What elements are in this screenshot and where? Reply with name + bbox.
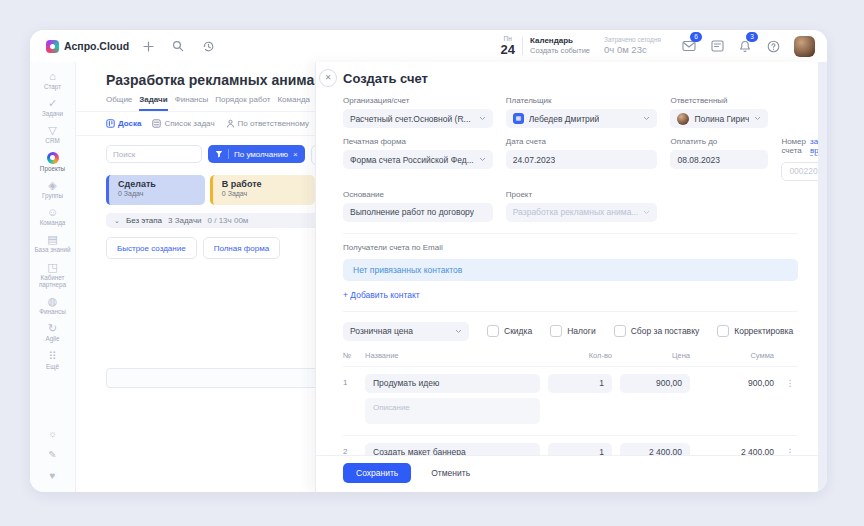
item-price-input[interactable]: 900,00 <box>620 374 690 393</box>
quick-task-input[interactable] <box>106 368 315 388</box>
sidebar-item-tasks[interactable]: ✓ Задачи <box>31 97 75 117</box>
save-button[interactable]: Сохранить <box>343 463 411 483</box>
board-icon <box>106 119 115 128</box>
time-tracker[interactable]: Затрачено сегодня 0ч 0м 23с <box>604 36 661 55</box>
quick-create-button[interactable]: Быстрое создание <box>106 237 197 259</box>
history-icon[interactable] <box>197 35 219 57</box>
cancel-button[interactable]: Отменить <box>431 468 470 478</box>
sidebar-item-start[interactable]: ⌂ Старт <box>31 70 75 90</box>
tracked-time: 0ч 0м 23с <box>604 44 661 55</box>
bell-icon[interactable]: 3 <box>733 36 757 56</box>
add-contact-link[interactable]: + Добавить контакт <box>343 290 798 300</box>
bulb-icon[interactable]: ☼ <box>48 428 57 440</box>
discount-checkbox[interactable]: Скидка <box>487 325 532 337</box>
field-invoice-number: Номер счета задать вручную <box>781 137 818 181</box>
sidebar-item-groups[interactable]: ◈ Группы <box>31 179 75 199</box>
tab-tasks[interactable]: Задачи <box>139 95 167 111</box>
full-form-button[interactable]: Полная форма <box>203 237 281 259</box>
taxes-checkbox[interactable]: Налоги <box>550 325 596 337</box>
search-input[interactable] <box>106 145 202 163</box>
sidebar-item-projects[interactable]: Проекты <box>31 152 75 172</box>
item-sum: 900,00 <box>698 378 774 388</box>
sidebar-item-agile[interactable]: ↻ Agile <box>31 322 75 342</box>
print-form-select[interactable]: Форма счета Российской Фед... <box>343 150 493 169</box>
sidebar: ⌂ Старт ✓ Задачи ▽ CRM Проекты ◈ Группы … <box>30 62 76 492</box>
pencil-icon[interactable]: ✎ <box>48 449 56 461</box>
calendar-date[interactable]: Пн 24 <box>501 36 515 57</box>
calendar-title: Календарь <box>530 36 590 46</box>
field-project: Проект Разработка рекламных анима... <box>506 190 658 222</box>
add-button[interactable] <box>137 35 159 57</box>
invoice-number-input[interactable] <box>781 162 818 181</box>
stage-collapse-bar[interactable]: ⌄ Без этапа 3 Задачи 0 / 13ч 00м <box>106 213 315 228</box>
topbar: Аспро.Cloud Пн 24 Календарь Создать собы… <box>30 30 827 62</box>
item-name-input[interactable]: Продумать идею <box>365 374 540 393</box>
tab-general[interactable]: Общие <box>106 95 132 111</box>
kanban-column-todo[interactable]: Сделать 0 Задач <box>106 175 205 205</box>
table-row: 1 Продумать идею 1 900,00 900,00 ⋮ <box>343 367 798 436</box>
filter-remove-icon[interactable]: × <box>293 150 298 159</box>
mail-icon[interactable]: 6 <box>677 36 701 56</box>
organization-select[interactable]: Расчетный счет.Основной (R... <box>343 109 493 128</box>
sidebar-item-knowledge-base[interactable]: ▤ База знаний <box>31 233 75 253</box>
project-board: Разработка рекламных анимационных баннер… <box>76 62 315 492</box>
view-task-list[interactable]: Список задач <box>152 119 214 128</box>
sidebar-item-crm[interactable]: ▽ CRM <box>31 124 75 144</box>
notes-icon[interactable] <box>705 36 729 56</box>
field-due-date: Оплатить до 08.08.2023 <box>670 137 768 181</box>
sidebar-item-more[interactable]: ⠿ Ещё <box>31 350 75 370</box>
chevron-down-icon <box>479 157 486 162</box>
mail-badge: 6 <box>690 32 702 42</box>
panel-backdrop-strip <box>818 62 827 492</box>
view-by-assignee[interactable]: По ответственному <box>226 119 309 128</box>
kanban-column-in-progress[interactable]: В работе 0 Задач <box>210 175 315 205</box>
payer-select[interactable]: ▦ Лебедев Дмитрий <box>506 109 658 128</box>
item-description[interactable] <box>365 398 540 428</box>
home-icon: ⌂ <box>31 70 75 82</box>
sidebar-item-partner-cabinet[interactable]: ◳ Кабинет партнера <box>31 261 75 288</box>
funnel-icon: ▽ <box>31 124 75 136</box>
due-date-input[interactable]: 08.08.2023 <box>670 150 768 169</box>
chevron-down-icon <box>455 329 462 334</box>
invoice-form: Организация/счет Расчетный счет.Основной… <box>316 86 818 492</box>
search-icon[interactable] <box>167 35 189 57</box>
tab-workflow[interactable]: Порядок работ <box>215 95 270 111</box>
set-manually-link[interactable]: задать вручную <box>810 137 818 156</box>
briefcase-icon: ◳ <box>31 261 75 273</box>
user-avatar[interactable] <box>794 36 815 57</box>
row-menu-icon[interactable]: ⋮ <box>782 378 798 388</box>
help-icon[interactable] <box>761 36 785 56</box>
create-invoice-panel: ✕ Создать счет Организация/счет Расчетны… <box>315 62 818 492</box>
person-icon <box>226 119 235 128</box>
description-textarea[interactable] <box>365 398 540 424</box>
field-basis: Основание Выполнение работ по договору <box>343 190 493 222</box>
tab-finance[interactable]: Финансы <box>175 95 209 111</box>
panel-title: Создать счет <box>316 62 818 86</box>
close-icon[interactable]: ✕ <box>319 69 337 87</box>
responsible-select[interactable]: Полина Гирич <box>670 109 768 128</box>
groups-icon: ◈ <box>31 179 75 191</box>
filter-chip-default[interactable]: По умолчанию × <box>208 145 305 163</box>
chevron-down-icon <box>754 116 761 121</box>
field-payer: Плательщик ▦ Лебедев Дмитрий <box>506 96 658 128</box>
item-qty-input[interactable]: 1 <box>548 374 612 393</box>
adjustment-checkbox[interactable]: Корректировка <box>717 325 793 337</box>
heart-icon[interactable]: ♥ <box>50 470 56 482</box>
sidebar-item-finance[interactable]: ◍ Финансы <box>31 295 75 315</box>
basis-input[interactable]: Выполнение работ по договору <box>343 203 493 222</box>
field-print-form: Печатная форма Форма счета Российской Фе… <box>343 137 493 181</box>
cycle-icon: ↻ <box>31 322 75 334</box>
price-type-select[interactable]: Розничная цена <box>343 322 469 341</box>
projects-icon <box>47 152 59 164</box>
invoice-date-input[interactable]: 24.07.2023 <box>506 150 658 169</box>
sidebar-item-team[interactable]: ☺ Команда <box>31 206 75 226</box>
view-board[interactable]: Доска <box>106 119 141 128</box>
list-icon <box>152 119 161 128</box>
brand-logo-icon <box>46 40 59 53</box>
delivery-fee-checkbox[interactable]: Сбор за поставку <box>614 325 700 337</box>
brand-logo[interactable]: Аспро.Cloud <box>46 40 129 53</box>
tab-team[interactable]: Команда <box>277 95 310 111</box>
calendar-widget[interactable]: Календарь Создать событие <box>530 36 590 55</box>
sidebar-bottom: ☼ ✎ ♥ <box>48 428 57 492</box>
calendar-create-event[interactable]: Создать событие <box>530 46 590 55</box>
